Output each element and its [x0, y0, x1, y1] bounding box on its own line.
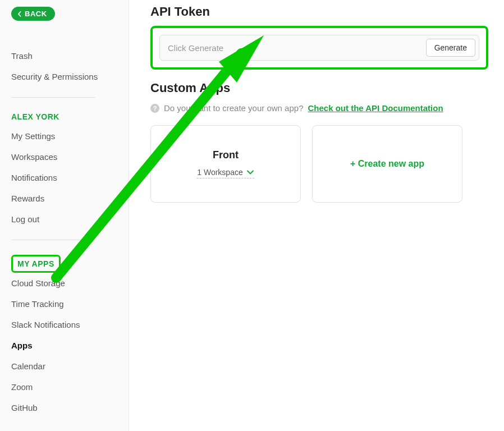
question-icon: ?: [150, 104, 159, 113]
nav-apps[interactable]: Apps: [11, 335, 117, 356]
main-content: API Token Generate Custom Apps ? Do you …: [129, 0, 504, 431]
nav-github[interactable]: GitHub: [11, 397, 117, 418]
nav-rewards[interactable]: Rewards: [11, 188, 117, 209]
generate-button[interactable]: Generate: [426, 39, 475, 57]
chevron-down-icon: [246, 168, 254, 176]
nav-my-settings[interactable]: My Settings: [11, 126, 117, 146]
help-row: ? Do you want to create your own app? Ch…: [150, 103, 488, 113]
create-new-app-text: + Create new app: [350, 159, 424, 169]
divider: [11, 97, 95, 98]
nav-trash[interactable]: Trash: [11, 45, 117, 66]
sidebar: BACK Trash Security & Permissions ALEX Y…: [0, 0, 129, 431]
back-label: BACK: [25, 10, 47, 18]
nav-workspaces[interactable]: Workspaces: [11, 146, 117, 167]
nav-cloud-storage[interactable]: Cloud Storage: [11, 273, 117, 294]
app-card-front[interactable]: Front 1 Workspace: [150, 125, 301, 203]
apps-section-header: MY APPS: [17, 259, 54, 268]
my-apps-highlight: MY APPS: [11, 255, 61, 273]
nav-slack-notifications[interactable]: Slack Notifications: [11, 314, 117, 335]
create-new-app-card[interactable]: + Create new app: [312, 125, 462, 203]
api-token-input[interactable]: [168, 43, 426, 53]
nav-notifications[interactable]: Notifications: [11, 167, 117, 188]
nav-time-tracking[interactable]: Time Tracking: [11, 294, 117, 314]
custom-apps-title: Custom Apps: [150, 81, 488, 95]
api-documentation-link[interactable]: Check out the API Documentation: [308, 103, 443, 113]
api-token-highlight: Generate: [150, 26, 488, 70]
user-section-header: ALEX YORK: [11, 108, 117, 126]
workspace-selector[interactable]: 1 Workspace: [197, 168, 254, 178]
workspace-count: 1 Workspace: [197, 168, 242, 177]
api-token-title: API Token: [150, 4, 488, 19]
app-cards: Front 1 Workspace + Create new app: [150, 125, 488, 203]
nav-log-out[interactable]: Log out: [11, 209, 117, 230]
chevron-left-icon: [17, 11, 22, 17]
nav-zoom[interactable]: Zoom: [11, 377, 117, 397]
nav-security-permissions[interactable]: Security & Permissions: [11, 66, 117, 87]
app-card-title: Front: [213, 149, 239, 161]
help-text: Do you want to create your own app?: [164, 103, 303, 113]
api-token-field-wrap: Generate: [159, 35, 479, 61]
back-button[interactable]: BACK: [11, 7, 55, 21]
divider: [11, 240, 95, 240]
nav-calendar[interactable]: Calendar: [11, 356, 117, 377]
